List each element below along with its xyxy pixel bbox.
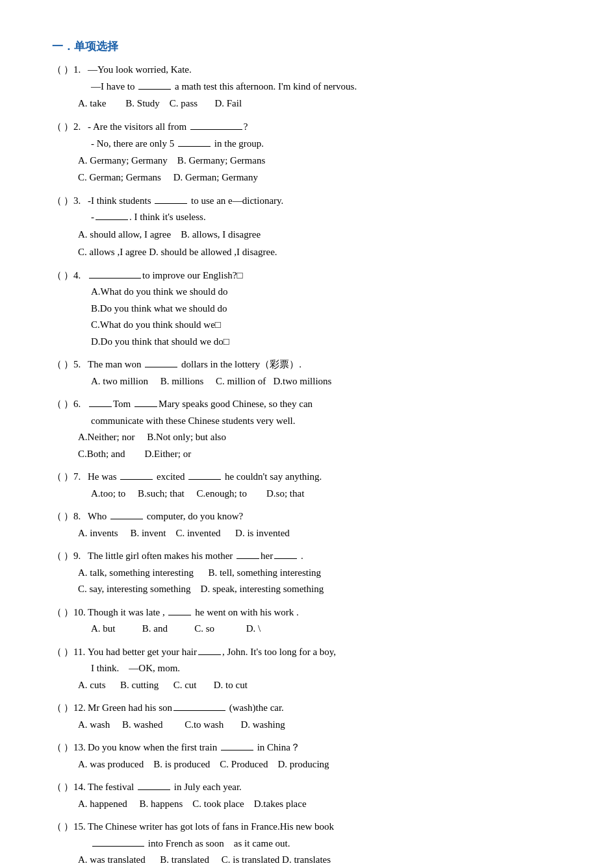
q2-blank1: [190, 129, 242, 130]
q12-blank: [173, 710, 225, 711]
q6-options2: C.Both; and D.Either; or: [78, 446, 562, 463]
paren-close-5: ）: [64, 356, 73, 373]
q9-blank1: [237, 558, 259, 559]
q4-optC: C.What do you think should we□: [91, 317, 562, 334]
question-15: （ ） 15. The Chinese writer has got lots …: [52, 819, 562, 868]
q4-blank: [89, 278, 141, 279]
q-num-7: 7.: [73, 469, 88, 486]
q-num-6: 6.: [73, 396, 88, 413]
paren-close-4: ）: [64, 267, 73, 284]
q-num-5: 5.: [73, 356, 88, 373]
q-num-9: 9.: [73, 548, 88, 565]
q14-blank: [138, 789, 170, 790]
paren-close-8: ）: [64, 508, 73, 525]
q14-text: The festival in July each year.: [88, 779, 562, 796]
paren-open-2: （: [52, 119, 64, 136]
q3-blank1: [155, 203, 187, 204]
question-4: （ ） 4. to improve our English?□ A.What d…: [52, 267, 562, 351]
section-container: 一．单项选择 （ ） 1. —You look worried, Kate. —…: [52, 39, 562, 868]
paren-close-9: ）: [64, 548, 73, 565]
q12-text: Mr Green had his son (wash)the car.: [88, 700, 562, 717]
paren-open-1: （: [52, 62, 64, 79]
q3-text2: -. I think it's useless.: [91, 209, 562, 226]
q2-options1: A. Germany; Germany B. Germany; Germans: [78, 152, 562, 169]
q11-blank: [198, 654, 221, 655]
question-10: （ ） 10. Though it was late , he went on …: [52, 604, 562, 638]
q9-options2: C. say, interesting something D. speak, …: [78, 581, 562, 598]
q12-options: A. wash B. washed C.to wash D. washing: [78, 717, 562, 734]
q1-options: A. take B. Study C. pass D. Fail: [78, 95, 562, 112]
q-num-1: 1.: [73, 62, 88, 79]
q5-options: A. two million B. millions C. million of…: [91, 373, 562, 390]
q10-blank: [168, 615, 191, 615]
q9-text: The little girl often makes his mother h…: [88, 548, 562, 565]
question-14: （ ） 14. The festival in July each year. …: [52, 779, 562, 812]
q4-text: to improve our English?□: [88, 267, 562, 284]
paren-open-4: （: [52, 267, 64, 284]
paren-close-13: ）: [64, 739, 73, 756]
paren-close-2: ）: [64, 119, 73, 136]
q7-blank1: [120, 479, 153, 480]
q6-text: Tom Mary speaks good Chinese, so they ca…: [88, 396, 562, 413]
paren-open-7: （: [52, 469, 64, 486]
q7-blank2: [188, 479, 221, 480]
paren-close-11: ）: [64, 644, 73, 661]
question-13: （ ） 13. Do you know when the first train…: [52, 739, 562, 773]
paren-close-1: ）: [64, 62, 73, 79]
paren-open-14: （: [52, 779, 64, 796]
paren-close-10: ）: [64, 604, 73, 621]
paren-open-15: （: [52, 819, 64, 836]
paren-close-14: ）: [64, 779, 73, 796]
q13-options: A. was produced B. is produced C. Produc…: [78, 756, 562, 773]
question-6: （ ） 6. Tom Mary speaks good Chinese, so …: [52, 396, 562, 462]
q3-blank2: [96, 219, 128, 220]
q4-optD: D.Do you think that should we do□: [91, 334, 562, 351]
q5-blank: [145, 367, 177, 367]
q1-text: —You look worried, Kate.: [88, 62, 562, 79]
paren-open-6: （: [52, 396, 64, 413]
question-2: （ ） 2. - Are the visitors all from ? - N…: [52, 119, 562, 186]
q9-options1: A. talk, something interesting B. tell, …: [78, 565, 562, 582]
q4-optB: B.Do you think what we should do: [91, 301, 562, 317]
q3-options1: A. should allow, I agree B. allows, I di…: [78, 226, 562, 243]
question-9: （ ） 9. The little girl often makes his m…: [52, 548, 562, 598]
q5-text: The man won dollars in the lottery（彩票）.: [88, 356, 562, 373]
paren-open-8: （: [52, 508, 64, 525]
paren-open-13: （: [52, 739, 64, 756]
q15-text2: into French as soon as it came out.: [91, 836, 562, 852]
q-num-8: 8.: [73, 508, 88, 525]
q13-text: Do you know when the first train in Chin…: [88, 739, 562, 756]
q6-blank2: [134, 406, 157, 407]
q8-text: Who computer, do you know?: [88, 508, 562, 525]
q-num-3: 3.: [73, 193, 88, 210]
q11-text2: I think. —OK, mom.: [91, 660, 562, 677]
question-11: （ ） 11. You had better get your hair, Jo…: [52, 644, 562, 694]
q2-text: - Are the visitors all from ?: [88, 119, 562, 136]
q10-options: A. but B. and C. so D. \: [91, 621, 562, 638]
q13-blank: [221, 750, 253, 750]
paren-close-3: ）: [64, 193, 73, 210]
q2-text2: - No, there are only 5 in the group.: [91, 136, 562, 153]
q-num-11: 11.: [73, 644, 88, 661]
q11-text: You had better get your hair, John. It's…: [88, 644, 562, 661]
q2-options2: C. German; Germans D. German; Germany: [78, 169, 562, 186]
paren-open-5: （: [52, 356, 64, 373]
paren-close-15: ）: [64, 819, 73, 836]
question-5: （ ） 5. The man won dollars in the lotter…: [52, 356, 562, 390]
paren-open-12: （: [52, 700, 64, 717]
q-num-14: 14.: [73, 779, 88, 796]
q-num-13: 13.: [73, 739, 88, 756]
q1-blank: [138, 89, 171, 90]
paren-close-12: ）: [64, 700, 73, 717]
q-num-4: 4.: [73, 267, 88, 284]
q15-options: A. was translated B. translated C. is tr…: [78, 852, 562, 868]
q1-text2: —I have to a math test this afternoon. I…: [91, 79, 562, 95]
q15-blank: [92, 846, 144, 847]
q8-blank: [110, 519, 143, 519]
q9-blank2: [274, 558, 297, 559]
paren-open-3: （: [52, 193, 64, 210]
q4-optA: A.What do you think we should do: [91, 284, 562, 301]
q7-text: He was excited he couldn't say anything.: [88, 469, 562, 486]
question-7: （ ） 7. He was excited he couldn't say an…: [52, 469, 562, 502]
q7-options: A.too; to B.such; that C.enough; to D.so…: [91, 486, 562, 502]
